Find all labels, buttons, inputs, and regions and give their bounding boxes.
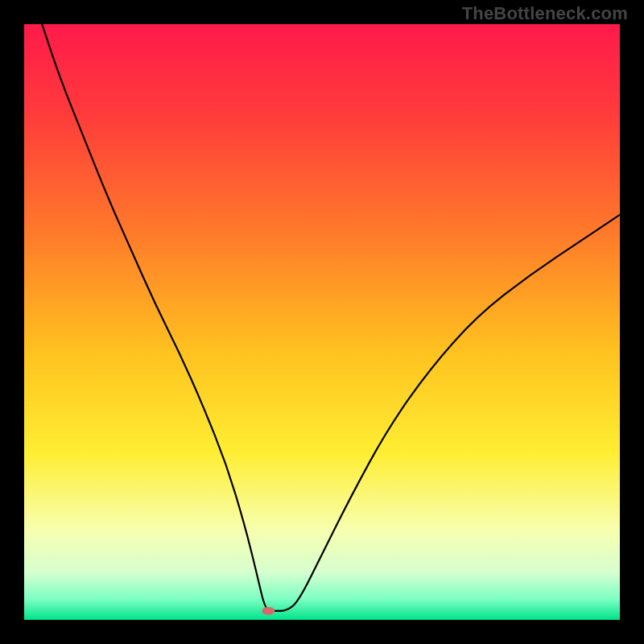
chart-svg bbox=[24, 24, 620, 620]
gradient-background bbox=[24, 24, 620, 620]
chart-frame: TheBottleneck.com bbox=[0, 0, 644, 644]
optimum-marker bbox=[262, 607, 275, 615]
watermark-text: TheBottleneck.com bbox=[462, 3, 628, 24]
plot-area bbox=[24, 24, 620, 620]
